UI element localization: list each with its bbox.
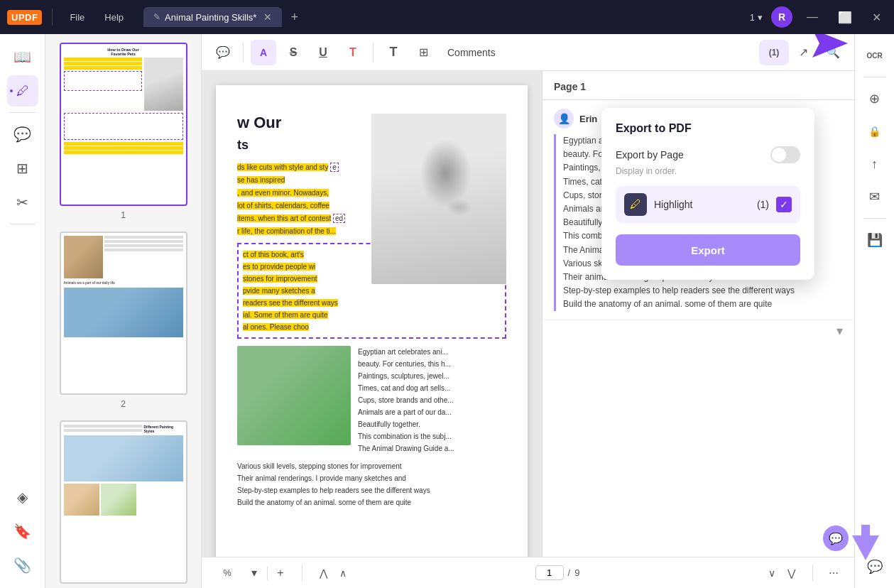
thumb2-paint-img (64, 236, 103, 278)
export-page-toggle[interactable] (770, 146, 800, 163)
sidebar-comment-icon[interactable]: 💬 (7, 119, 38, 150)
export-icon-btn[interactable]: (1) (759, 40, 789, 65)
titlebar: UPDF File Help ✎ Animal Painting Skills*… (0, 0, 894, 34)
sidebar-crop-icon[interactable]: ✂ (7, 187, 38, 218)
share-btn[interactable]: ↑ (861, 150, 889, 178)
export-action-btn[interactable]: Export (616, 234, 800, 266)
hl-text-4: lot of shirts, calendars, coffee (237, 202, 329, 209)
hl-text-6: r life, the combination of the ti... (237, 227, 336, 235)
tab-add-btn[interactable]: + (285, 10, 304, 25)
sidebar-layers-icon[interactable]: ◈ (7, 481, 38, 513)
hl-text-1: ds like cuts with style and sty (237, 163, 328, 171)
thumb2-l2 (104, 240, 183, 243)
toolbar-sep2 (373, 43, 374, 62)
nav-up-btn[interactable]: ∧ (334, 564, 352, 582)
thumb-img-2[interactable]: Animals are a part of our daily life (60, 232, 187, 395)
thumb1-hl4 (64, 142, 183, 146)
comments-text: Comments (447, 47, 496, 58)
text-color-btn[interactable]: T (340, 40, 366, 65)
thumb1-hl5 (64, 146, 183, 150)
highlight-icon-box: 🖊 (624, 193, 647, 216)
pdf-bottom-section: Egyptian art celebrates ani... beauty. F… (237, 346, 506, 454)
pdf-page-view[interactable]: w Our ts ds like cuts with style and sty… (202, 71, 542, 557)
hl-text-5: items. when this art of contest (237, 214, 331, 222)
thumb-page-2[interactable]: Animals are a part of our daily life 2 (51, 232, 195, 409)
thumb3-content: Different Painting Styles (61, 422, 186, 518)
comments-panel: Page 1 👤 Erin 16:57 Egyptian art celebra… (542, 71, 854, 557)
external-link-btn[interactable]: ↗ (790, 40, 816, 65)
highlight-checkbox[interactable]: ✓ (776, 197, 792, 212)
tab-label: Animal Painting Skills* (165, 12, 256, 23)
thumb1-dotbox2 (64, 113, 183, 140)
file-menu[interactable]: File (62, 9, 92, 26)
export-popup: Export to PDF Export by Page Display in … (601, 108, 814, 280)
comments-label-btn[interactable]: Comments (440, 44, 503, 61)
zoom-plus-btn[interactable]: + (271, 563, 290, 583)
nav-up-double-btn[interactable]: ⋀ (314, 564, 332, 582)
thumb2-l1 (104, 236, 183, 239)
text-big-btn[interactable]: T (381, 40, 406, 65)
sidebar-read-icon[interactable]: 📖 (7, 41, 38, 72)
thumb-page-3[interactable]: Different Painting Styles 3 (51, 420, 195, 588)
comment-tool-btn[interactable]: 💬 (210, 40, 236, 65)
sidebar-bottom: ◈ 🔖 📎 (7, 481, 38, 581)
user-avatar[interactable]: R (771, 6, 792, 28)
maximize-btn[interactable]: ⬜ (832, 11, 858, 24)
help-menu[interactable]: Help (97, 9, 131, 26)
search-btn[interactable]: 🔍 (820, 40, 846, 65)
sidebar-attachment-icon[interactable]: 📎 (7, 550, 38, 581)
page-sep: / (568, 567, 571, 578)
pdf-page: w Our ts ds like cuts with style and sty… (216, 85, 528, 557)
thumb3-watercolor-img (64, 435, 183, 481)
chat-btn[interactable]: 💬 (861, 552, 889, 581)
page-number-input[interactable] (535, 565, 564, 580)
hl-text-3: , and even minor. Nowadays, (237, 189, 329, 197)
tab-close-btn[interactable]: ✕ (263, 11, 272, 23)
pdf-content: w Our ts ds like cuts with style and sty… (202, 71, 854, 557)
underline-btn[interactable]: U (310, 40, 336, 65)
sidebar-pages-icon[interactable]: ⊞ (7, 153, 38, 184)
close-btn[interactable]: ✕ (866, 11, 887, 24)
sidebar-bookmark-icon[interactable]: 🔖 (7, 516, 38, 547)
dotted-text-1: e (330, 163, 339, 172)
thumb2-caption: Animals are a part of our daily life (64, 281, 183, 285)
more-options-btn[interactable]: ⋯ (824, 564, 843, 582)
pdf-flower-img (237, 346, 351, 445)
stamp-btn[interactable]: ⊕ (861, 85, 889, 113)
toolbar-right: (1) ↗ 🔍 (759, 40, 846, 65)
left-sidebar: 📖 🖊 💬 ⊞ ✂ ◈ 🔖 📎 (0, 34, 45, 588)
thumb-page-1[interactable]: How to Draw OurFavorite Pets (51, 43, 195, 220)
app-logo: UPDF (7, 10, 42, 25)
comment-avatar: 👤 (554, 109, 574, 129)
highlight-count: (1) (757, 199, 769, 210)
chat-br-icon[interactable]: 💬 (823, 526, 849, 551)
minimize-btn[interactable]: — (801, 11, 824, 23)
thumb3-title: Different Painting Styles (144, 425, 183, 433)
tab-animal-painting[interactable]: ✎ Animal Painting Skills* ✕ (143, 7, 282, 27)
comment-expand-arrow[interactable]: ▾ (543, 320, 854, 342)
pdf-area: 💬 A S U T T ⊞ Comments (1) (202, 34, 854, 588)
insert-btn[interactable]: ⊞ (410, 40, 436, 65)
thumb-img-1[interactable]: How to Draw OurFavorite Pets (60, 43, 187, 206)
ocr-btn[interactable]: OCR (861, 41, 889, 70)
highlight-btn[interactable]: A (251, 40, 276, 65)
page-input-area: / 9 (535, 565, 580, 580)
comment-username: Erin (579, 114, 597, 124)
thumb3-img3 (101, 484, 136, 516)
thumb3-l1 (64, 425, 142, 428)
sign-btn[interactable]: 🔒 (861, 117, 889, 146)
sidebar-div2 (10, 224, 36, 224)
nav-down-double-btn[interactable]: ⋁ (783, 564, 801, 582)
storage-btn[interactable]: 💾 (861, 226, 889, 254)
zoom-dropdown-btn[interactable]: ▾ (244, 563, 264, 583)
dotted-text-2: ed (333, 214, 345, 223)
export-btn-area[interactable]: (1) ↗ (759, 40, 816, 65)
active-indicator (10, 89, 13, 92)
strikethrough-btn[interactable]: S (280, 40, 306, 65)
thumb-img-3[interactable]: Different Painting Styles (60, 420, 187, 584)
rsb-div1 (863, 77, 886, 77)
mail-btn[interactable]: ✉ (861, 183, 889, 211)
page-nav-display[interactable]: 1 ▾ (750, 12, 763, 23)
sidebar-highlight-icon[interactable]: 🖊 (7, 75, 38, 107)
nav-down-btn[interactable]: ∨ (763, 564, 781, 582)
